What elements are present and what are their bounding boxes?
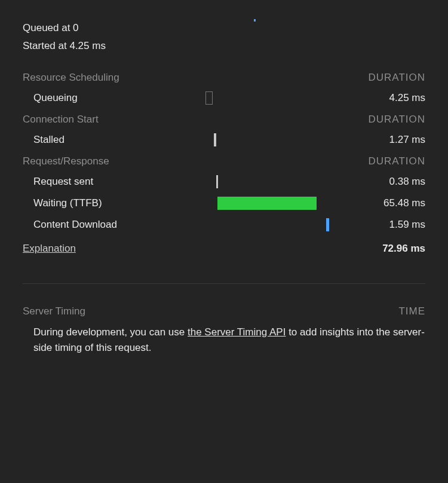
queueing-row: Queueing 4.25 ms	[23, 91, 425, 105]
section-title: Request/Response	[23, 155, 109, 167]
section-header: Connection Start DURATION	[23, 114, 425, 126]
request-response-section: Request/Response DURATION Request sent 0…	[23, 155, 425, 232]
bar-area	[190, 133, 360, 146]
explanation-link[interactable]: Explanation	[23, 243, 76, 255]
content-download-bar-icon	[326, 218, 329, 231]
row-value: 0.38 ms	[360, 176, 425, 188]
request-sent-bar-icon	[216, 175, 218, 188]
bar-area	[190, 218, 360, 231]
duration-label: DURATION	[368, 114, 425, 126]
time-label: TIME	[398, 305, 425, 317]
row-label: Waiting (TTFB)	[23, 197, 190, 209]
row-value: 4.25 ms	[360, 92, 425, 104]
row-value: 1.59 ms	[360, 219, 425, 231]
total-time: 72.96 ms	[382, 243, 425, 255]
section-title: Connection Start	[23, 114, 99, 126]
server-timing-text-before: During development, you can use	[33, 326, 188, 338]
resource-scheduling-section: Resource Scheduling DURATION Queueing 4.…	[23, 72, 425, 105]
row-value: 1.27 ms	[360, 134, 425, 146]
connection-start-section: Connection Start DURATION Stalled 1.27 m…	[23, 114, 425, 147]
top-marker-icon	[254, 19, 256, 22]
stalled-bar-icon	[214, 133, 216, 146]
server-timing-header: Server Timing TIME	[23, 305, 425, 317]
row-label: Stalled	[23, 134, 190, 146]
server-timing-api-link[interactable]: the Server Timing API	[188, 326, 286, 338]
queued-at: Queued at 0	[23, 19, 425, 37]
server-timing-title: Server Timing	[23, 305, 85, 317]
bar-area	[190, 175, 360, 188]
duration-label: DURATION	[368, 155, 425, 167]
waiting-bar-icon	[217, 197, 317, 210]
section-header: Request/Response DURATION	[23, 155, 425, 167]
top-info: Queued at 0 Started at 4.25 ms	[23, 19, 425, 55]
bar-area	[190, 197, 360, 210]
bar-area	[190, 91, 360, 105]
row-label: Request sent	[23, 176, 190, 188]
duration-label: DURATION	[368, 72, 425, 84]
row-value: 65.48 ms	[360, 197, 425, 209]
row-label: Queueing	[23, 92, 190, 104]
server-timing-text: During development, you can use the Serv…	[23, 325, 425, 356]
section-title: Resource Scheduling	[23, 72, 119, 84]
waiting-row: Waiting (TTFB) 65.48 ms	[23, 196, 425, 210]
started-at: Started at 4.25 ms	[23, 37, 425, 55]
footer: Explanation 72.96 ms	[23, 243, 425, 255]
divider	[23, 283, 425, 284]
row-label: Content Download	[23, 219, 190, 231]
stalled-row: Stalled 1.27 ms	[23, 133, 425, 147]
queueing-bar-icon	[205, 91, 213, 105]
content-download-row: Content Download 1.59 ms	[23, 218, 425, 232]
section-header: Resource Scheduling DURATION	[23, 72, 425, 84]
request-sent-row: Request sent 0.38 ms	[23, 175, 425, 189]
timing-panel: Queued at 0 Started at 4.25 ms Resource …	[23, 19, 425, 356]
